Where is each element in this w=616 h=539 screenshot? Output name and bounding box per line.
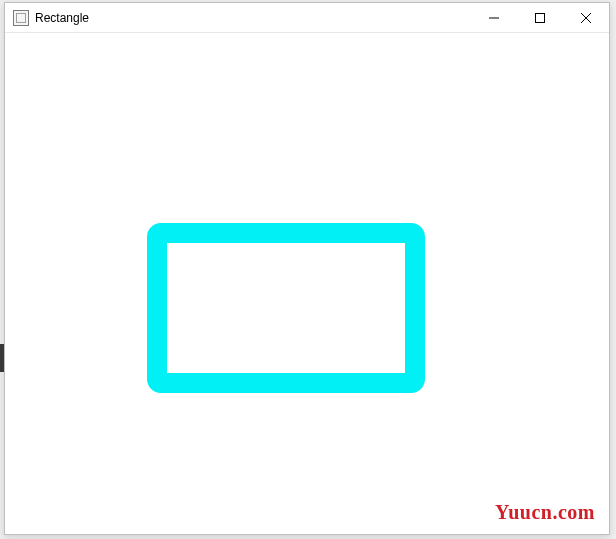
- app-icon: [13, 10, 29, 26]
- maximize-button[interactable]: [517, 3, 563, 32]
- window-title: Rectangle: [35, 11, 89, 25]
- rectangle-shape: [147, 223, 425, 393]
- app-window: Rectangle Yuucn.com: [4, 2, 610, 535]
- client-area: Yuucn.com: [5, 33, 609, 534]
- close-icon: [581, 13, 591, 23]
- maximize-icon: [535, 13, 545, 23]
- minimize-button[interactable]: [471, 3, 517, 32]
- titlebar[interactable]: Rectangle: [5, 3, 609, 33]
- minimize-icon: [489, 13, 499, 23]
- window-controls: [471, 3, 609, 32]
- watermark-text: Yuucn.com: [495, 501, 595, 524]
- svg-rect-1: [536, 13, 545, 22]
- close-button[interactable]: [563, 3, 609, 32]
